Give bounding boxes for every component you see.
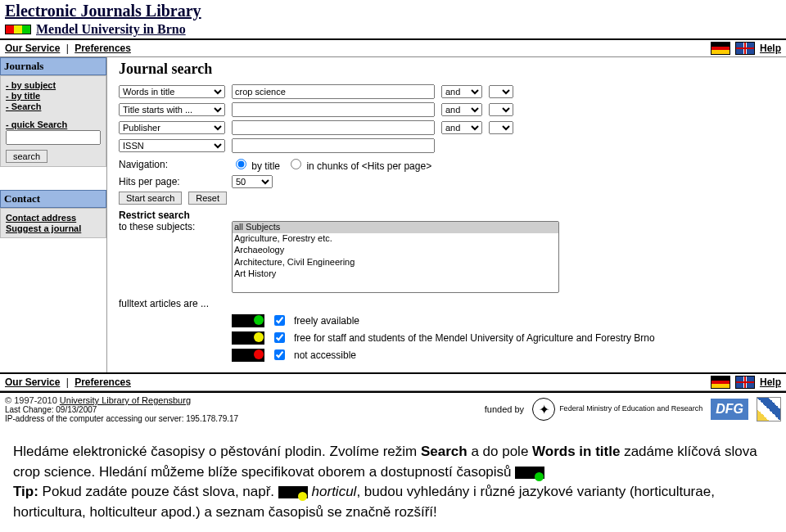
nav-preferences[interactable]: Preferences	[75, 43, 131, 54]
sidebar-search[interactable]: - Search	[6, 101, 101, 111]
avail-not-checkbox[interactable]	[274, 349, 285, 360]
funded-by-label: funded by	[485, 404, 524, 414]
bottom-navbar: Our Service | Preferences Help	[0, 372, 786, 391]
flag-uk-icon[interactable]	[735, 42, 755, 55]
bool-select-2[interactable]: and	[441, 103, 482, 116]
sidebar: Journals - by subject - by title - Searc…	[0, 57, 107, 372]
site-title: Electronic Journals Library	[5, 2, 781, 20]
extra-select-1[interactable]	[489, 85, 513, 98]
nav-help[interactable]: Help	[760, 43, 781, 54]
bool-select-3[interactable]: and	[441, 121, 482, 134]
avail-red-icon	[232, 349, 264, 362]
sidebar-quick-search[interactable]: - quick Search	[6, 119, 101, 129]
nav-our-service-bottom[interactable]: Our Service	[5, 376, 60, 388]
sidebar-suggest-journal[interactable]: Suggest a journal	[6, 223, 101, 233]
nav-help-bottom[interactable]: Help	[760, 376, 781, 388]
term-input-1[interactable]	[232, 84, 435, 99]
quick-search-button[interactable]: search	[6, 150, 47, 163]
flag-uk-icon-bottom[interactable]	[735, 376, 755, 389]
main-content: Journal search Words in title and Title …	[107, 57, 786, 372]
eagle-icon: ✦	[532, 398, 555, 421]
subjects-listbox[interactable]: all Subjects Agriculture, Forestry etc. …	[232, 221, 559, 293]
navigation-label: Navigation:	[119, 159, 225, 170]
footer: © 1997-2010 University Library of Regens…	[0, 391, 786, 426]
nav-preferences-bottom[interactable]: Preferences	[75, 376, 131, 388]
sidebar-heading-journals: Journals	[0, 57, 106, 75]
page-title: Journal search	[119, 61, 778, 78]
field-select-3[interactable]: Publisher	[119, 121, 225, 134]
avail-free-checkbox[interactable]	[274, 315, 285, 326]
hits-label: Hits per page:	[119, 176, 225, 187]
reset-button[interactable]: Reset	[188, 192, 227, 205]
avail-not-label: not accessible	[294, 349, 356, 361]
hits-select[interactable]: 50	[232, 175, 273, 188]
field-select-1[interactable]: Words in title	[119, 85, 225, 98]
quick-search-input[interactable]	[6, 130, 101, 145]
ministry-label: Federal Ministry of Education and Resear…	[559, 405, 702, 413]
term-input-3[interactable]	[232, 120, 435, 135]
avail-free-label: freely available	[294, 315, 359, 327]
top-navbar: Our Service | Preferences Help	[0, 40, 786, 57]
sidebar-contact-address[interactable]: Contact address	[6, 213, 101, 223]
dfg-logo: DFG	[711, 399, 748, 420]
institution-name: Mendel University in Brno	[36, 22, 186, 37]
avail-staff-checkbox[interactable]	[274, 332, 285, 343]
extra-select-3[interactable]	[489, 121, 513, 134]
term-input-4[interactable]	[232, 138, 435, 153]
field-select-4[interactable]: ISSN	[119, 139, 225, 152]
flag-de-icon-bottom[interactable]	[711, 376, 730, 389]
avail-green-icon	[232, 314, 264, 327]
header: Electronic Journals Library Mendel Unive…	[0, 0, 786, 40]
extra-select-2[interactable]	[489, 103, 513, 116]
library-link[interactable]: University Library of Regensburg	[60, 395, 191, 405]
start-search-button[interactable]: Start search	[119, 192, 182, 205]
term-input-2[interactable]	[232, 102, 435, 117]
inline-green-icon	[515, 467, 544, 479]
sidebar-by-title[interactable]: - by title	[6, 91, 101, 101]
copyright-text: © 1997-2010	[5, 395, 60, 405]
bavaria-icon	[757, 397, 781, 422]
restrict-label: Restrict search	[119, 210, 778, 221]
bool-select-1[interactable]: and	[441, 85, 482, 98]
traffic-light-icon	[5, 25, 31, 34]
nav-radio-title[interactable]: by title	[232, 156, 280, 172]
restrict-sub-label: to these subjects:	[119, 221, 225, 232]
sidebar-by-subject[interactable]: - by subject	[6, 80, 101, 90]
last-change: Last Change: 09/13/2007	[5, 405, 238, 414]
nav-our-service[interactable]: Our Service	[5, 43, 60, 54]
sidebar-heading-contact: Contact	[0, 190, 106, 208]
avail-yellow-icon	[232, 331, 264, 345]
avail-staff-label: free for staff and students of the Mende…	[294, 332, 655, 344]
flag-de-icon[interactable]	[711, 42, 730, 55]
fulltext-label: fulltext articles are ...	[119, 298, 225, 309]
field-select-2[interactable]: Title starts with ...	[119, 103, 225, 116]
inline-yellow-icon	[278, 486, 308, 498]
annotation-text: Hledáme elektronické časopisy o pěstován…	[0, 426, 786, 532]
ip-address: IP-address of the computer accessing our…	[5, 414, 238, 423]
nav-radio-chunks[interactable]: in chunks of <Hits per page>	[287, 156, 431, 172]
